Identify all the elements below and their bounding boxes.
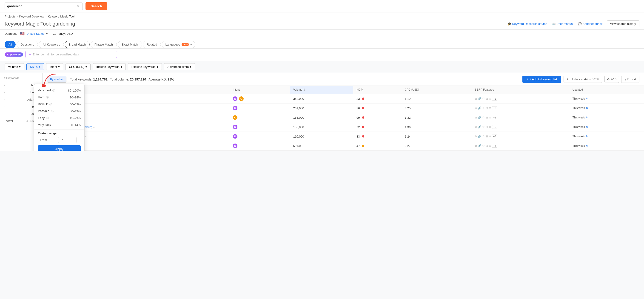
tab-questions[interactable]: Questions bbox=[16, 41, 38, 48]
export-button[interactable]: ↑ Export bbox=[621, 76, 640, 83]
row-refresh-icon[interactable]: ↻ bbox=[586, 144, 588, 147]
course-icon: 🎓 bbox=[508, 22, 512, 26]
tab-exact-match[interactable]: Exact Match bbox=[118, 41, 142, 48]
serp-icon-5: ⊕ bbox=[489, 125, 491, 129]
kd-option-difficult[interactable]: Difficult ⓘ 50–69% bbox=[34, 101, 84, 108]
kd-apply-button[interactable]: Apply bbox=[38, 145, 81, 151]
by-number-option[interactable]: By number bbox=[47, 76, 66, 82]
tab-phrase-match[interactable]: Phrase Match bbox=[90, 41, 117, 48]
course-link[interactable]: 🎓 Keyword Research course bbox=[508, 22, 547, 26]
clear-search-icon[interactable]: × bbox=[77, 4, 79, 8]
kd-info-very-hard[interactable]: ⓘ bbox=[52, 89, 55, 92]
kd-option-very-hard[interactable]: Very hard ⓘ 85–100% bbox=[34, 87, 84, 94]
breadcrumb-keyword-overview[interactable]: Keyword Overview bbox=[19, 15, 44, 18]
sidebar-label: All keywords bbox=[0, 76, 42, 82]
kd-custom-inputs bbox=[38, 137, 81, 143]
kd-filter-btn[interactable]: KD % ▾ bbox=[26, 63, 44, 70]
cpc-cell: 1.36 bbox=[402, 122, 472, 132]
tab-all-keywords[interactable]: All Keywords bbox=[39, 41, 64, 48]
serp-icon-4: ⊞ bbox=[486, 144, 488, 147]
kd-info-difficult[interactable]: ⓘ bbox=[50, 103, 52, 106]
search-input-wrapper: gardening × bbox=[4, 3, 83, 10]
intent-cell: N C bbox=[230, 94, 290, 104]
kd-from-input[interactable] bbox=[38, 137, 56, 143]
serp-icon-5: ⊕ bbox=[489, 144, 491, 147]
manual-link[interactable]: 📖 User manual bbox=[552, 22, 574, 26]
intent-filter-btn[interactable]: Intent ▾ bbox=[46, 63, 64, 70]
breadcrumb-sep-1: › bbox=[17, 15, 18, 18]
serp-cell: ⧉ 🔗 ☆ ⊞ ⊕ +5 bbox=[472, 122, 569, 132]
view-history-button[interactable]: View search history bbox=[607, 21, 640, 27]
serp-icon-4: ⊞ bbox=[486, 116, 488, 119]
top-search-bar: gardening × Search bbox=[0, 0, 644, 13]
kd-to-input[interactable] bbox=[58, 137, 76, 143]
ai-domain-input[interactable]: ✦ Enter domain for personalized data bbox=[25, 51, 117, 58]
advanced-filters-btn[interactable]: Advanced filters ▾ bbox=[164, 63, 195, 70]
kd-info-very-easy[interactable]: ⓘ bbox=[53, 124, 56, 126]
kd-option-easy[interactable]: Easy ⓘ 15–29% bbox=[34, 115, 84, 121]
settings-count: 7/10 bbox=[611, 78, 616, 81]
serp-icons: ⧉ 🔗 ☆ ⊞ ⊕ +5 bbox=[475, 106, 566, 110]
serp-plus: +2 bbox=[492, 97, 497, 101]
cpc-cell: 1.24 bbox=[402, 132, 472, 141]
serp-icon-3: ☆ bbox=[482, 107, 485, 110]
row-refresh-icon[interactable]: ↻ bbox=[586, 135, 588, 138]
serp-plus: +5 bbox=[492, 125, 497, 129]
serp-icon-3: ☆ bbox=[482, 97, 485, 100]
add-to-list-button[interactable]: + + Add to keyword list bbox=[522, 76, 561, 83]
row-refresh-icon[interactable]: ↻ bbox=[586, 97, 588, 100]
kw-arrow-icon: » bbox=[85, 135, 86, 138]
updated-text: This week ↻ bbox=[572, 116, 641, 119]
serp-icons: ⧉ 🔗 ☆ ⊞ ⊕ +5 bbox=[475, 125, 566, 129]
breadcrumb-projects[interactable]: Projects bbox=[4, 15, 16, 18]
serp-cell: ⧉ 🔗 ☆ ⊞ ⊕ +2 bbox=[472, 113, 569, 122]
include-keywords-btn[interactable]: Include keywords ▾ bbox=[93, 63, 126, 70]
cpc-filter-btn[interactable]: CPC (USD) ▾ bbox=[66, 63, 90, 70]
kd-info-hard[interactable]: ⓘ bbox=[46, 96, 49, 99]
include-chevron-icon: ▾ bbox=[121, 65, 122, 69]
kd-info-possible[interactable]: ⓘ bbox=[51, 110, 54, 113]
row-refresh-icon[interactable]: ↻ bbox=[586, 116, 588, 119]
kd-cell: 83 bbox=[353, 94, 402, 104]
serp-icon-3: ☆ bbox=[482, 144, 485, 147]
updated-cell: This week ↻ bbox=[569, 94, 644, 104]
sidebar-chevron-botanical: › bbox=[4, 98, 4, 101]
volume-cell: 60,500 bbox=[290, 141, 353, 151]
kd-chevron-icon: ▾ bbox=[39, 65, 40, 69]
serp-icon-1: ⧉ bbox=[475, 97, 477, 100]
serp-icon-4: ⊞ bbox=[486, 107, 488, 110]
ai-bar: AI-powered ✦ Enter domain for personaliz… bbox=[0, 49, 644, 61]
tab-broad-match[interactable]: Broad Match bbox=[65, 41, 90, 48]
search-input[interactable]: gardening bbox=[7, 4, 77, 8]
kd-info-easy[interactable]: ⓘ bbox=[46, 117, 49, 119]
serp-icon-1: ⧉ bbox=[475, 125, 477, 129]
country-link[interactable]: United States bbox=[26, 32, 44, 36]
row-refresh-icon[interactable]: ↻ bbox=[586, 107, 588, 110]
country-dropdown-icon[interactable]: ▾ bbox=[46, 32, 48, 36]
kd-option-possible[interactable]: Possible ⓘ 30–49% bbox=[34, 108, 84, 115]
intent-n-badge: N bbox=[233, 134, 238, 139]
updated-cell: This week ↻ bbox=[569, 132, 644, 141]
feedback-link[interactable]: 💬 Send feedback bbox=[578, 22, 603, 26]
tab-all[interactable]: All bbox=[4, 41, 16, 48]
col-volume[interactable]: Volume ⇅ bbox=[290, 86, 353, 94]
volume-filter-btn[interactable]: Volume ▾ bbox=[4, 63, 24, 70]
serp-cell: ⧉ 🔗 ☆ ⊞ ⊕ +4 bbox=[472, 141, 569, 151]
table-body: ⊕ busch gardens » N C 368,000 83 1.19 bbox=[42, 94, 644, 151]
kd-option-hard[interactable]: Hard ⓘ 70–84% bbox=[34, 94, 84, 101]
col-cpc: CPC (USD) bbox=[402, 86, 472, 94]
serp-icon-3: ☆ bbox=[482, 116, 485, 119]
volume-cell: 201,000 bbox=[290, 104, 353, 113]
serp-plus: +5 bbox=[492, 106, 497, 110]
settings-button[interactable]: ⚙ 7/10 bbox=[604, 76, 619, 83]
kd-option-very-easy[interactable]: Very easy ⓘ 0–14% bbox=[34, 121, 84, 128]
serp-icon-5: ⊕ bbox=[489, 135, 491, 138]
tab-related[interactable]: Related bbox=[143, 41, 161, 48]
update-metrics-button[interactable]: ↻ Update metrics 0/250 bbox=[564, 76, 602, 83]
serp-icon-1: ⧉ bbox=[475, 107, 477, 110]
kd-custom-section: Custom range Apply bbox=[34, 129, 84, 151]
tab-languages[interactable]: Languages beta ▾ bbox=[162, 41, 195, 48]
search-button[interactable]: Search bbox=[86, 2, 107, 10]
exclude-keywords-btn[interactable]: Exclude keywords ▾ bbox=[128, 63, 162, 70]
row-refresh-icon[interactable]: ↻ bbox=[586, 125, 588, 129]
